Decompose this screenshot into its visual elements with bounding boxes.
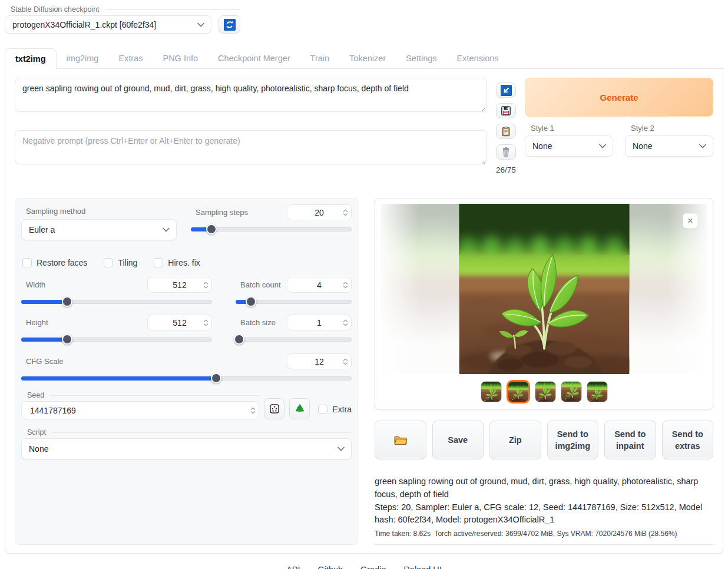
clear-prompt-button[interactable] — [496, 144, 516, 160]
send-to-extras-button[interactable]: Send to extras — [662, 421, 714, 459]
zip-button[interactable]: Zip — [489, 421, 541, 459]
checkpoint-value: protogenX34OfficialR_1.ckpt [60fe2f34] — [12, 20, 156, 29]
height-slider[interactable] — [21, 334, 212, 345]
width-input[interactable] — [147, 277, 212, 293]
tab-extensions[interactable]: Extensions — [447, 48, 509, 68]
extra-seed-checkbox[interactable] — [318, 405, 327, 414]
batch-count-value[interactable] — [302, 280, 337, 290]
stepper-arrows[interactable] — [343, 358, 348, 365]
slider-thumb[interactable] — [211, 373, 221, 383]
tab-tokenizer[interactable]: Tokenizer — [339, 48, 396, 68]
cfg-scale-slider[interactable] — [21, 373, 352, 383]
random-seed-button[interactable] — [264, 398, 284, 419]
info-performance-text: Time taken: 8.62s Torch active/reserved:… — [375, 528, 713, 545]
close-gallery-button[interactable]: × — [683, 213, 698, 229]
sampling-steps-input[interactable] — [287, 204, 352, 220]
open-output-folder-button[interactable] — [375, 421, 426, 459]
slider-thumb[interactable] — [62, 296, 72, 307]
prompt-wrapper: green sapling rowing out of ground, mud,… — [15, 78, 487, 114]
paste-generation-params-button[interactable] — [496, 82, 516, 98]
chevron-down-icon — [343, 213, 348, 216]
cfg-scale-label: CFG Scale — [21, 357, 287, 366]
stepper-arrows[interactable] — [343, 282, 348, 288]
stepper-arrows[interactable] — [343, 209, 348, 216]
seed-value[interactable] — [29, 405, 147, 416]
legend-line — [50, 395, 259, 396]
tab-checkpoint-merger[interactable]: Checkpoint Merger — [208, 48, 300, 68]
generate-button[interactable]: Generate — [525, 78, 713, 117]
gradio-link[interactable]: Gradio — [360, 565, 386, 569]
gallery-thumbnail-2-selected[interactable] — [507, 380, 530, 403]
generated-image[interactable] — [459, 204, 629, 374]
width-value[interactable] — [162, 280, 197, 290]
batch-size-input[interactable] — [287, 315, 352, 330]
github-link[interactable]: Github — [317, 565, 343, 569]
batch-size-value[interactable] — [302, 317, 337, 328]
batch-count-input[interactable] — [287, 277, 352, 293]
gallery-thumbnail-3[interactable] — [535, 381, 556, 402]
apply-styles-button[interactable] — [496, 124, 516, 139]
gallery-thumbnail-5[interactable] — [587, 381, 608, 402]
cfg-scale-value[interactable] — [302, 356, 337, 367]
negative-prompt-input[interactable] — [15, 130, 487, 164]
sampling-steps-value[interactable] — [302, 207, 337, 218]
reload-ui-link[interactable]: Reload UI — [403, 565, 441, 569]
slider-thumb[interactable] — [246, 296, 256, 307]
width-slider[interactable] — [21, 296, 212, 307]
api-link[interactable]: API — [286, 565, 300, 569]
script-dropdown[interactable]: None — [21, 438, 352, 459]
seed-input[interactable] — [21, 401, 259, 419]
txt2img-panel: green sapling rowing out of ground, mud,… — [5, 69, 723, 554]
gallery-actions: Save Zip Send to img2img Send to inpaint… — [375, 421, 713, 459]
tiling-checkbox[interactable] — [104, 258, 113, 267]
sampling-steps-group: Sampling steps — [191, 204, 352, 240]
slider-thumb[interactable] — [234, 334, 244, 345]
sampling-method-dropdown[interactable]: Euler a — [21, 219, 177, 240]
save-style-button[interactable] — [496, 103, 516, 118]
stepper-arrows[interactable] — [343, 319, 348, 326]
sampling-steps-slider[interactable] — [191, 224, 352, 234]
hires-fix-label: Hires. fix — [168, 258, 200, 267]
restore-faces-checkbox[interactable] — [22, 258, 32, 267]
tab-train[interactable]: Train — [300, 48, 340, 68]
tab-settings[interactable]: Settings — [396, 48, 446, 68]
prompt-column: green sapling rowing out of ground, mud,… — [15, 78, 487, 174]
send-to-inpaint-button[interactable]: Send to inpaint — [604, 421, 656, 459]
extra-seed-label: Extra — [332, 405, 352, 414]
tab-extras[interactable]: Extras — [108, 48, 153, 68]
prompt-input[interactable]: green sapling rowing out of ground, mud,… — [15, 78, 487, 112]
stepper-arrows[interactable] — [250, 407, 256, 413]
reuse-seed-button[interactable] — [289, 398, 310, 419]
hires-fix-checkbox[interactable] — [154, 258, 163, 267]
send-to-img2img-button[interactable]: Send to img2img — [547, 421, 599, 459]
chevron-down-icon — [343, 323, 348, 326]
tab-txt2img[interactable]: txt2img — [5, 48, 57, 69]
slider-thumb[interactable] — [206, 224, 217, 234]
cfg-scale-input[interactable] — [287, 353, 352, 369]
stepper-arrows[interactable] — [203, 319, 209, 326]
arrow-lower-left-icon — [501, 85, 512, 96]
refresh-checkpoint-button[interactable] — [219, 15, 240, 34]
tab-png-info[interactable]: PNG Info — [153, 48, 208, 68]
checkpoint-label: Stable Diffusion checkpoint — [11, 5, 100, 14]
gallery-thumbnail-4[interactable] — [561, 381, 582, 402]
output-column: × — [375, 198, 713, 545]
chevron-down-icon — [343, 362, 348, 365]
gallery-thumbnail-1[interactable] — [481, 381, 502, 402]
tiling-checkbox-row: Tiling — [104, 258, 137, 267]
checkpoint-dropdown[interactable]: protogenX34OfficialR_1.ckpt [60fe2f34] — [5, 15, 211, 34]
save-button[interactable]: Save — [432, 421, 484, 459]
generate-column: Generate Style 1 None Style 2 None — [525, 78, 713, 174]
height-value[interactable] — [162, 317, 197, 328]
batch-size-slider[interactable] — [236, 334, 352, 345]
chevron-down-icon — [203, 285, 209, 288]
footer-links: API • Github • Gradio • Reload UI — [5, 565, 723, 569]
style2-label: Style 2 — [631, 124, 713, 133]
style1-dropdown[interactable]: None — [525, 135, 613, 157]
tab-img2img[interactable]: img2img — [57, 48, 109, 68]
style2-dropdown[interactable]: None — [625, 135, 713, 157]
stepper-arrows[interactable] — [203, 282, 209, 288]
batch-count-slider[interactable] — [236, 296, 352, 307]
slider-thumb[interactable] — [62, 334, 72, 345]
height-input[interactable] — [147, 315, 212, 330]
